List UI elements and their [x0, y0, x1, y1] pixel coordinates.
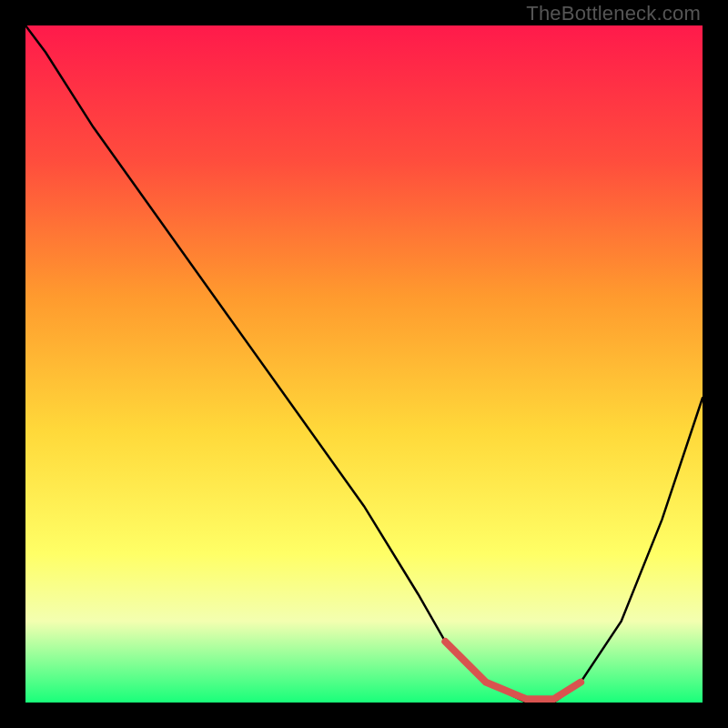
bottleneck-chart: [25, 25, 703, 703]
watermark-text: TheBottleneck.com: [526, 2, 701, 25]
chart-container: [25, 25, 703, 703]
gradient-background: [25, 25, 703, 703]
